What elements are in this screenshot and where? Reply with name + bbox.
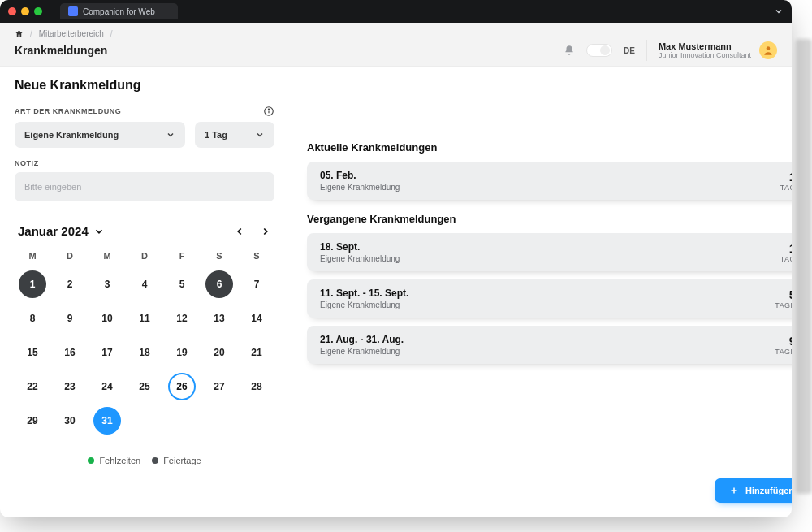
- calendar-day[interactable]: 16: [56, 339, 84, 366]
- calendar-next[interactable]: [260, 226, 271, 237]
- calendar-day[interactable]: 15: [19, 339, 46, 366]
- entry-type: Eigene Krankmeldung: [320, 347, 404, 356]
- user-name: Max Mustermann: [659, 41, 751, 51]
- current-list-title: Aktuelle Krankmeldungen: [307, 141, 792, 154]
- calendar-day[interactable]: 14: [243, 305, 270, 332]
- calendar-day[interactable]: 20: [205, 339, 233, 366]
- bell-icon[interactable]: [564, 45, 575, 56]
- section-title: Neue Krankmeldung: [15, 78, 274, 93]
- tab-title: Companion for Web: [83, 7, 155, 16]
- browser-tab[interactable]: Companion for Web: [60, 3, 178, 19]
- calendar-day[interactable]: 30: [56, 407, 84, 435]
- info-icon[interactable]: [263, 106, 274, 117]
- calendar-dow: D: [127, 251, 162, 266]
- calendar-month-label: Januar 2024: [18, 224, 89, 238]
- calendar-day[interactable]: 21: [243, 339, 270, 366]
- duration-select[interactable]: 1 Tag: [195, 122, 274, 148]
- entry-date: 18. Sept.: [320, 241, 400, 253]
- calendar-dow: F: [164, 251, 200, 266]
- calendar-day[interactable]: 27: [205, 373, 233, 400]
- calendar-day[interactable]: 9: [56, 305, 84, 332]
- calendar-day[interactable]: 23: [56, 373, 84, 400]
- tab-favicon: [68, 6, 78, 16]
- calendar-day[interactable]: 6: [205, 270, 233, 298]
- calendar-month-picker[interactable]: Januar 2024: [18, 224, 105, 238]
- chevron-down-icon: [166, 130, 175, 140]
- breadcrumb: / Mitarbeiterbereich /: [15, 29, 777, 38]
- sick-entry-card[interactable]: 21. Aug. - 31. Aug.Eigene Krankmeldung9T…: [307, 326, 792, 364]
- sick-entry-card[interactable]: 11. Sept. - 15. Sept.Eigene Krankmeldung…: [307, 279, 792, 318]
- minimize-window-icon[interactable]: [21, 7, 29, 15]
- calendar-prev[interactable]: [234, 226, 245, 237]
- sick-entry-card[interactable]: 05. Feb.Eigene Krankmeldung1TAG: [307, 162, 792, 200]
- chevron-down-icon: [255, 130, 265, 140]
- maximize-window-icon[interactable]: [34, 7, 42, 15]
- add-button[interactable]: Hinzufügen: [715, 478, 792, 503]
- calendar-dow: D: [52, 251, 88, 266]
- entry-unit: TAGE: [775, 301, 792, 309]
- entry-date: 05. Feb.: [320, 170, 400, 181]
- calendar-day[interactable]: 26: [168, 373, 196, 400]
- entry-type: Eigene Krankmeldung: [320, 183, 400, 192]
- calendar-day[interactable]: 7: [243, 270, 270, 298]
- avatar[interactable]: [759, 41, 777, 59]
- close-window-icon[interactable]: [8, 7, 16, 15]
- calendar-dow: M: [89, 251, 125, 266]
- chevron-down-icon: [93, 226, 105, 237]
- calendar-day[interactable]: 12: [168, 305, 196, 332]
- page-title: Krankmeldungen: [15, 44, 107, 57]
- breadcrumb-area[interactable]: Mitarbeiterbereich: [39, 29, 104, 38]
- calendar-day[interactable]: 22: [19, 373, 46, 400]
- calendar-day[interactable]: 1: [19, 270, 46, 298]
- note-input[interactable]: [15, 172, 274, 201]
- entry-unit: TAG: [780, 184, 792, 192]
- legend-holidays: Feiertage: [152, 456, 201, 465]
- calendar-day[interactable]: 13: [205, 305, 233, 332]
- entry-type: Eigene Krankmeldung: [320, 254, 400, 263]
- calendar-day[interactable]: 18: [131, 339, 158, 366]
- calendar-day[interactable]: 3: [93, 270, 121, 298]
- calendar-day[interactable]: 24: [93, 373, 121, 400]
- browser-title-bar: Companion for Web: [0, 0, 792, 23]
- type-label: ART DER KRANKMELDUNG: [15, 107, 121, 115]
- calendar-dow: S: [239, 251, 274, 266]
- entry-date: 11. Sept. - 15. Sept.: [320, 288, 408, 299]
- calendar-day[interactable]: 4: [131, 270, 158, 298]
- legend-absences: Fehlzeiten: [88, 456, 140, 465]
- window-controls[interactable]: [8, 7, 42, 15]
- entry-count: 1: [780, 241, 792, 255]
- calendar-day[interactable]: 11: [131, 305, 158, 332]
- home-icon[interactable]: [15, 29, 24, 38]
- calendar-day[interactable]: 5: [168, 270, 196, 298]
- sick-type-select[interactable]: Eigene Krankmeldung: [15, 122, 185, 148]
- entry-count: 9: [775, 334, 792, 348]
- calendar-day[interactable]: 17: [93, 339, 121, 366]
- calendar-day[interactable]: 10: [93, 305, 121, 332]
- svg-point-3: [268, 109, 269, 110]
- calendar-day[interactable]: 29: [19, 407, 46, 435]
- entry-unit: TAGE: [775, 348, 792, 356]
- calendar-dow: S: [201, 251, 237, 266]
- calendar-day[interactable]: 25: [131, 373, 158, 400]
- chevron-down-icon[interactable]: [774, 6, 784, 16]
- language-switch[interactable]: DE: [624, 46, 635, 55]
- past-list-title: Vergangene Krankmeldungen: [307, 213, 792, 225]
- calendar-day[interactable]: 28: [243, 373, 270, 400]
- breadcrumb-sep: /: [30, 29, 32, 38]
- calendar-day[interactable]: 31: [93, 407, 121, 435]
- calendar-day[interactable]: 8: [19, 305, 46, 332]
- calendar-day[interactable]: 19: [168, 339, 196, 366]
- browser-window: Companion for Web / Mitarbeiterbereich /…: [0, 0, 792, 517]
- sick-type-value: Eigene Krankmeldung: [24, 130, 119, 140]
- user-role: Junior Innovation Consultant: [659, 51, 751, 59]
- theme-toggle[interactable]: [586, 44, 612, 57]
- breadcrumb-sep: /: [110, 29, 113, 38]
- duration-value: 1 Tag: [205, 130, 227, 140]
- user-menu[interactable]: Max Mustermann Junior Innovation Consult…: [659, 41, 777, 59]
- add-button-label: Hinzufügen: [745, 486, 792, 495]
- svg-point-0: [767, 46, 771, 50]
- calendar-day[interactable]: 2: [56, 270, 84, 298]
- entry-count: 5: [775, 288, 792, 301]
- sick-entry-card[interactable]: 18. Sept.Eigene Krankmeldung1TAG: [307, 233, 792, 271]
- plus-icon: [729, 486, 739, 495]
